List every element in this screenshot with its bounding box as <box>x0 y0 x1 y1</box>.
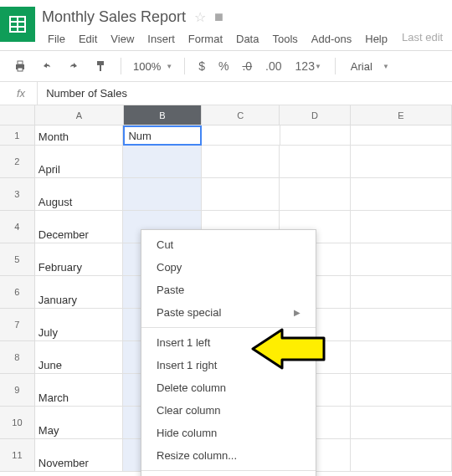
ctx-label: Cut <box>157 238 173 251</box>
table-row: 2April <box>0 146 452 178</box>
last-edit[interactable]: Last edit <box>402 31 443 47</box>
chevron-down-icon: ▼ <box>315 63 321 70</box>
row-header[interactable]: 2 <box>0 146 35 178</box>
cell[interactable] <box>123 146 202 178</box>
cell[interactable] <box>351 439 452 472</box>
ctx-label: Resize column... <box>157 449 237 462</box>
increase-decimal[interactable]: .00 <box>260 56 286 76</box>
zoom-select[interactable]: 100%▼ <box>130 59 176 74</box>
ctx-paste[interactable]: Paste <box>141 279 316 301</box>
fx-label[interactable]: fx <box>0 82 38 105</box>
menu-data[interactable]: Data <box>230 31 265 47</box>
cell[interactable] <box>280 178 350 211</box>
redo-icon[interactable] <box>62 56 85 76</box>
cell[interactable] <box>351 243 452 276</box>
col-header-a[interactable]: A <box>35 105 124 125</box>
menu-addons[interactable]: Add-ons <box>306 31 357 47</box>
cell[interactable] <box>351 309 452 341</box>
row-header[interactable]: 3 <box>0 178 35 211</box>
menu-tools[interactable]: Tools <box>266 31 303 47</box>
row-header[interactable]: 4 <box>0 211 35 243</box>
sheets-logo[interactable] <box>0 7 35 42</box>
cell[interactable]: December <box>35 211 124 243</box>
more-formats[interactable]: 123 ▼ <box>290 56 326 76</box>
print-icon[interactable] <box>8 56 32 76</box>
star-icon[interactable]: ☆ <box>194 9 206 25</box>
cell[interactable]: January <box>35 276 124 309</box>
menu-view[interactable]: View <box>105 31 140 47</box>
cell[interactable]: June <box>35 341 124 374</box>
row-header[interactable]: 8 <box>0 341 35 374</box>
row-header[interactable]: 9 <box>0 374 35 407</box>
ctx-hide-column[interactable]: Hide column <box>141 422 316 444</box>
cell[interactable] <box>202 125 280 146</box>
ctx-delete-column[interactable]: Delete column <box>141 376 316 399</box>
row-header[interactable]: 7 <box>0 309 35 341</box>
folder-icon[interactable]: ■ <box>214 8 223 26</box>
col-header-d[interactable]: D <box>280 105 350 125</box>
title-area: Monthly Sales Report ☆ ■ File Edit View … <box>42 7 452 50</box>
cell[interactable]: February <box>35 243 124 276</box>
cell[interactable] <box>351 146 452 178</box>
cell[interactable] <box>351 276 452 309</box>
ctx-paste-special[interactable]: Paste special▶ <box>141 301 316 324</box>
cell[interactable] <box>351 125 452 146</box>
table-row: 1 Month Num <box>0 125 452 146</box>
cell[interactable]: Month <box>35 125 124 146</box>
formula-value[interactable]: Number of Sales <box>38 82 136 105</box>
doc-title[interactable]: Monthly Sales Report <box>42 8 186 26</box>
ctx-label: Paste special <box>157 306 221 319</box>
cell[interactable] <box>123 178 202 211</box>
ctx-cut[interactable]: Cut <box>141 233 316 256</box>
ctx-copy[interactable]: Copy <box>141 256 316 279</box>
row-header[interactable]: 10 <box>0 407 35 439</box>
row-header[interactable]: 5 <box>0 243 35 276</box>
cell[interactable]: March <box>35 374 124 407</box>
format-percent[interactable]: % <box>213 56 234 76</box>
menu-insert[interactable]: Insert <box>141 31 181 47</box>
row-header[interactable]: 11 <box>0 439 35 472</box>
row-header[interactable]: 6 <box>0 276 35 309</box>
undo-icon[interactable] <box>35 56 59 76</box>
ctx-label: Delete column <box>157 381 226 394</box>
svg-rect-5 <box>18 61 23 64</box>
cell[interactable] <box>351 211 452 243</box>
paint-format-icon[interactable] <box>89 56 112 76</box>
submenu-arrow-icon: ▶ <box>294 308 300 317</box>
cell[interactable] <box>351 407 452 439</box>
cell[interactable]: April <box>35 146 124 178</box>
separator <box>335 58 336 74</box>
toolbar: 100%▼ $ % .0 .00 123 ▼ Arial▼ <box>0 51 452 82</box>
cell[interactable] <box>351 178 452 211</box>
cell[interactable] <box>202 178 280 211</box>
menubar: File Edit View Insert Format Data Tools … <box>42 31 452 50</box>
cell[interactable]: August <box>35 178 124 211</box>
cell[interactable]: May <box>35 407 124 439</box>
format-currency[interactable]: $ <box>193 56 210 76</box>
col-header-c[interactable]: C <box>202 105 280 125</box>
cell[interactable] <box>351 374 452 407</box>
cell[interactable] <box>202 146 280 178</box>
menu-help[interactable]: Help <box>359 31 393 47</box>
cell[interactable] <box>351 341 452 374</box>
font-select[interactable]: Arial▼ <box>344 59 396 74</box>
numfmt-label: 123 <box>295 59 315 73</box>
ctx-clear-column[interactable]: Clear column <box>141 399 316 422</box>
annotation-arrow-icon <box>249 328 332 370</box>
formula-bar: fx Number of Sales <box>0 82 452 105</box>
cell[interactable] <box>280 146 350 178</box>
col-header-b[interactable]: B <box>124 105 202 125</box>
col-header-e[interactable]: E <box>351 105 452 125</box>
menu-format[interactable]: Format <box>182 31 229 47</box>
ctx-resize-column[interactable]: Resize column... <box>141 444 316 467</box>
decrease-decimal[interactable]: .0 <box>237 56 257 76</box>
row-header[interactable]: 1 <box>0 125 35 146</box>
cell-selected[interactable]: Num <box>123 125 202 146</box>
cell[interactable]: July <box>35 309 124 341</box>
cell[interactable] <box>280 125 351 146</box>
menu-file[interactable]: File <box>42 31 71 47</box>
select-all-corner[interactable] <box>0 105 35 125</box>
separator <box>184 58 185 74</box>
cell[interactable]: November <box>35 439 124 472</box>
menu-edit[interactable]: Edit <box>73 31 103 47</box>
